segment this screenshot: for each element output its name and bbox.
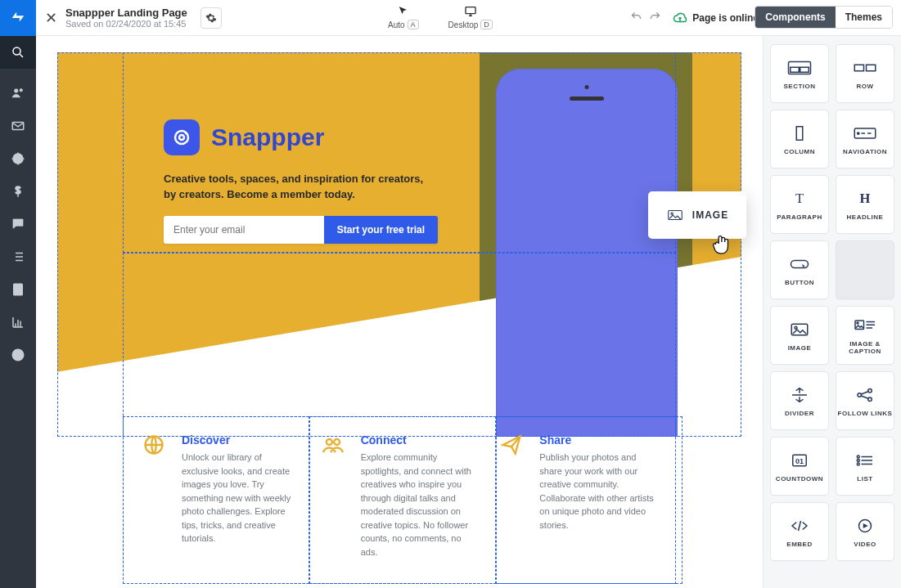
cta-form: Start your free trial: [164, 216, 438, 244]
svg-text:H: H: [860, 191, 871, 206]
cta-button[interactable]: Start your free trial: [324, 216, 438, 244]
svg-point-5: [13, 154, 23, 164]
svg-rect-21: [791, 260, 809, 267]
svg-point-45: [185, 132, 187, 135]
search-icon[interactable]: [0, 36, 36, 69]
publish-label: Page is online: [692, 12, 759, 24]
component-placeholder: [836, 240, 894, 299]
tab-themes[interactable]: Themes: [836, 7, 892, 28]
component-paragraph[interactable]: TPARAGRAPH: [770, 175, 829, 234]
saved-status: Saved on 02/24/2020 at 15:45: [65, 19, 187, 29]
svg-rect-13: [867, 65, 876, 71]
feature-title: Share: [539, 433, 656, 447]
component-headline[interactable]: HHEADLINE: [836, 175, 894, 234]
redo-icon[interactable]: [649, 11, 661, 26]
feature-title: Discover: [182, 433, 299, 447]
editor-canvas[interactable]: Snappper Creative tools, spaces, and ins…: [36, 36, 763, 588]
svg-point-0: [13, 47, 20, 55]
top-bar: ✕ Snappper Landing Page Saved on 02/24/2…: [36, 0, 901, 36]
viewport-tools: AutoA DesktopD: [388, 0, 493, 36]
auto-tool[interactable]: AutoA: [388, 5, 419, 29]
component-video[interactable]: VIDEO: [836, 502, 894, 561]
tab-components[interactable]: Components: [755, 7, 835, 28]
auto-label: Auto: [388, 20, 405, 29]
feature-connect[interactable]: ConnectExplore community spotlights, and…: [310, 427, 489, 565]
brand-name: Snappper: [211, 123, 324, 151]
globe-icon[interactable]: [10, 347, 26, 363]
brand-logo-icon: [164, 119, 200, 155]
publish-status[interactable]: Page is online: [673, 11, 759, 25]
auto-key: A: [408, 20, 419, 29]
svg-line-33: [861, 395, 869, 398]
tagline-text[interactable]: Creative tools, spaces, and inspiration …: [164, 172, 426, 203]
row-outline-2[interactable]: [123, 253, 676, 437]
feature-body: Publish your photos and share your work …: [539, 451, 656, 532]
svg-point-3: [20, 89, 22, 92]
components-panel: SECTION ROW COLUMN NAVIGATION TPARAGRAPH…: [763, 36, 901, 588]
globe-icon: [142, 433, 170, 559]
svg-rect-10: [791, 67, 800, 72]
component-navigation[interactable]: NAVIGATION: [836, 110, 894, 168]
feature-body: Unlock our library of exclusive looks, a…: [182, 451, 299, 545]
feature-body: Explore community spotlights, and connec…: [361, 451, 478, 559]
desktop-key: D: [480, 20, 493, 29]
component-section[interactable]: SECTION: [770, 44, 829, 103]
svg-point-36: [857, 456, 859, 458]
paper-plane-icon: [500, 433, 528, 559]
list-icon[interactable]: [10, 249, 26, 265]
component-follow-links[interactable]: FOLLOW LINKS: [836, 371, 894, 430]
desktop-tool[interactable]: DesktopD: [448, 5, 493, 29]
grab-cursor-icon: [709, 231, 733, 255]
people-icon: [322, 433, 349, 559]
image-icon: [666, 207, 684, 223]
history-status: Page is online: [630, 0, 759, 36]
email-input[interactable]: [164, 216, 324, 244]
feature-title: Connect: [361, 433, 478, 447]
component-list[interactable]: LIST: [836, 437, 894, 496]
svg-point-50: [671, 213, 673, 214]
chat-icon[interactable]: [10, 216, 26, 232]
dollar-icon[interactable]: [10, 183, 26, 200]
chart-icon[interactable]: [10, 314, 26, 330]
svg-rect-14: [796, 126, 803, 140]
svg-text:01: 01: [795, 456, 804, 465]
svg-point-23: [795, 326, 797, 329]
close-icon[interactable]: ✕: [36, 9, 65, 27]
desktop-label: Desktop: [448, 20, 479, 29]
svg-point-47: [327, 439, 332, 445]
brand-block[interactable]: Snappper: [164, 119, 324, 155]
svg-point-25: [857, 322, 858, 324]
undo-icon[interactable]: [630, 11, 642, 26]
feature-discover[interactable]: DiscoverUnlock our library of exclusive …: [131, 427, 310, 565]
mail-icon[interactable]: [10, 118, 26, 134]
svg-rect-11: [800, 67, 809, 72]
component-embed[interactable]: EMBED: [770, 502, 829, 561]
component-image[interactable]: IMAGE: [770, 306, 829, 365]
users-icon[interactable]: [10, 85, 26, 101]
svg-point-38: [857, 459, 859, 461]
component-divider[interactable]: DIVIDER: [770, 371, 829, 430]
app-logo[interactable]: [0, 0, 36, 36]
settings-button[interactable]: [200, 7, 222, 29]
component-column[interactable]: COLUMN: [770, 110, 829, 168]
component-countdown[interactable]: 01COUNTDOWN: [770, 437, 829, 496]
page-title-group: Snappper Landing Page Saved on 02/24/202…: [65, 7, 194, 29]
svg-point-48: [334, 439, 340, 445]
svg-point-2: [15, 89, 19, 93]
page-icon[interactable]: [10, 281, 26, 298]
component-button[interactable]: BUTTON: [770, 240, 829, 299]
component-row[interactable]: ROW: [836, 44, 894, 103]
component-image-caption[interactable]: IMAGE & CAPTION: [836, 306, 894, 365]
panel-tabs: Components Themes: [755, 6, 893, 29]
page-title: Snappper Landing Page: [65, 7, 187, 19]
svg-text:T: T: [795, 191, 804, 206]
svg-point-44: [179, 135, 184, 140]
svg-rect-12: [854, 65, 863, 71]
target-icon[interactable]: [10, 150, 26, 167]
dragging-label: IMAGE: [692, 209, 728, 221]
feature-share[interactable]: SharePublish your photos and share your …: [489, 427, 668, 565]
svg-point-16: [858, 132, 859, 133]
svg-rect-8: [466, 7, 475, 14]
svg-line-1: [20, 54, 23, 57]
svg-line-32: [861, 391, 869, 394]
